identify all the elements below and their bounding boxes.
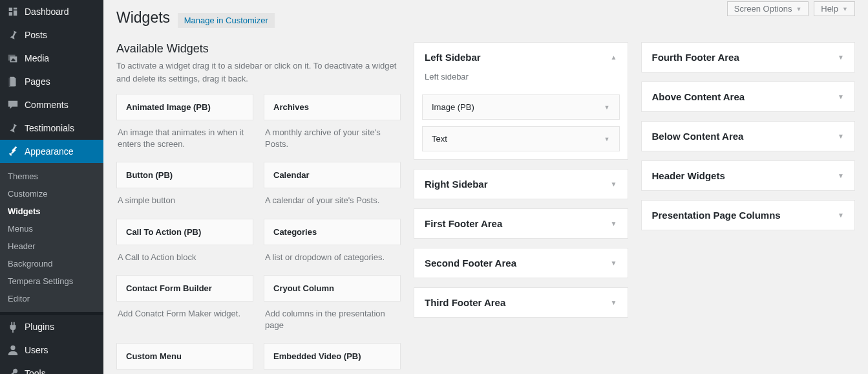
available-widget-title[interactable]: Embedded Video (PB) <box>264 343 401 369</box>
caret-down-icon: ▼ <box>796 6 801 12</box>
available-widget-title[interactable]: Archives <box>264 94 401 120</box>
available-widget-title[interactable]: Custom Menu <box>116 343 253 369</box>
available-widget-call-to-action-pb-: Call To Action (PB)A Call to Action bloc… <box>116 219 253 272</box>
widget-area-header[interactable]: Header Widgets▼ <box>642 161 855 190</box>
widget-area-above-content-area: Above Content Area▼ <box>641 82 856 112</box>
placed-widget-text[interactable]: Text▼ <box>422 126 620 151</box>
submenu-item-tempera-settings[interactable]: Tempera Settings <box>0 272 103 290</box>
widget-area-title: Left Sidebar <box>425 52 481 63</box>
widget-area-title: Presentation Page Columns <box>652 210 781 221</box>
available-widget-title[interactable]: Contact Form Builder <box>116 275 253 302</box>
widget-area-header[interactable]: First Footer Area▼ <box>414 209 628 238</box>
widget-area-header[interactable]: Second Footer Area▼ <box>414 248 628 278</box>
available-widget-desc: A list or dropdown of categories. <box>264 245 401 272</box>
screen-options-button[interactable]: Screen Options▼ <box>727 1 809 16</box>
available-widget-desc <box>264 369 401 374</box>
widget-area-title: Header Widgets <box>652 170 725 181</box>
caret-down-icon: ▼ <box>838 212 844 219</box>
menu-item-label: Media <box>25 53 49 63</box>
widget-area-right-sidebar: Right Sidebar▼ <box>414 169 628 199</box>
widget-area-first-footer-area: First Footer Area▼ <box>414 208 628 239</box>
caret-down-icon: ▼ <box>838 133 844 140</box>
widget-area-header[interactable]: Left Sidebar▲ <box>414 43 628 72</box>
caret-down-icon: ▼ <box>611 259 617 267</box>
widget-area-header[interactable]: Fourth Footer Area▼ <box>642 43 855 72</box>
available-widget-button-pb-: Button (PB)A simple button <box>116 162 253 215</box>
available-widget-archives: ArchivesA monthly archive of your site's… <box>264 94 401 159</box>
menu-item-plugins[interactable]: Plugins <box>0 315 103 338</box>
submenu-item-customize[interactable]: Customize <box>0 185 103 203</box>
widgets-columns: Available Widgets To activate a widget d… <box>116 42 855 374</box>
available-widget-title[interactable]: Call To Action (PB) <box>116 219 253 245</box>
submenu-item-themes[interactable]: Themes <box>0 168 103 185</box>
menu-item-testimonials[interactable]: Testimonials <box>0 116 103 140</box>
widget-area-fourth-footer-area: Fourth Footer Area▼ <box>641 42 856 72</box>
menu-item-label: Dashboard <box>25 6 69 17</box>
menu-item-label: Users <box>25 345 48 355</box>
users-icon <box>6 344 19 357</box>
available-widget-title[interactable]: Calendar <box>264 162 401 188</box>
available-widget-desc: A simple button <box>116 188 253 215</box>
manage-in-customizer-link[interactable]: Manage in Customizer <box>178 13 275 28</box>
menu-item-posts[interactable]: Posts <box>0 23 103 47</box>
available-widget-cryout-column: Cryout ColumnAdd columns in the presenta… <box>264 275 401 340</box>
caret-down-icon: ▼ <box>838 54 844 61</box>
available-widget-calendar: CalendarA calendar of your site's Posts. <box>264 162 401 215</box>
available-widgets-desc: To activate a widget drag it to a sideba… <box>116 60 401 85</box>
widget-areas-columns: Left Sidebar▲Left sidebarImage (PB)▼Text… <box>414 42 855 374</box>
widget-area-body: Image (PB)▼Text▼ <box>414 94 628 159</box>
menu-item-comments[interactable]: Comments <box>0 93 103 116</box>
available-widgets-heading: Available Widgets <box>116 42 401 56</box>
submenu-item-menus[interactable]: Menus <box>0 220 103 237</box>
available-widget-title[interactable]: Cryout Column <box>264 275 401 302</box>
caret-down-icon: ▼ <box>838 93 844 100</box>
widget-area-header[interactable]: Above Content Area▼ <box>642 82 855 111</box>
available-widget-desc: An image that animates in when it enters… <box>116 120 253 159</box>
widget-area-header[interactable]: Third Footer Area▼ <box>414 288 628 317</box>
widget-area-header[interactable]: Presentation Page Columns▼ <box>642 201 855 230</box>
caret-down-icon: ▼ <box>611 220 617 227</box>
submenu-item-header[interactable]: Header <box>0 237 103 255</box>
menu-item-users[interactable]: Users <box>0 338 103 362</box>
available-widgets-column: Available Widgets To activate a widget d… <box>116 42 401 374</box>
menu-item-media[interactable]: Media <box>0 47 103 70</box>
widget-area-title: Right Sidebar <box>425 179 488 190</box>
menu-item-tools[interactable]: Tools <box>0 362 103 374</box>
caret-down-icon: ▼ <box>611 181 617 188</box>
available-widget-title[interactable]: Categories <box>264 219 401 245</box>
available-widget-embedded-video-pb-: Embedded Video (PB) <box>264 343 401 374</box>
menu-item-dashboard[interactable]: Dashboard <box>0 0 103 23</box>
widget-area-header[interactable]: Below Content Area▼ <box>642 122 855 151</box>
available-widget-animated-image-pb-: Animated Image (PB)An image that animate… <box>116 94 253 159</box>
available-widget-title[interactable]: Button (PB) <box>116 162 253 188</box>
menu-item-label: Posts <box>25 30 47 40</box>
submenu-item-widgets[interactable]: Widgets <box>0 203 103 220</box>
submenu-item-background[interactable]: Background <box>0 255 103 272</box>
menu-item-label: Appearance <box>25 146 74 157</box>
placed-widget-title: Image (PB) <box>432 102 474 112</box>
widget-area-second-footer-area: Second Footer Area▼ <box>414 248 628 278</box>
help-button[interactable]: Help▼ <box>814 1 855 16</box>
dashboard-icon <box>6 5 19 18</box>
menu-item-appearance[interactable]: Appearance <box>0 140 103 163</box>
pin-icon <box>6 28 19 41</box>
widget-area-left-sidebar: Left Sidebar▲Left sidebarImage (PB)▼Text… <box>414 42 628 160</box>
widget-areas-left-col: Left Sidebar▲Left sidebarImage (PB)▼Text… <box>414 42 628 374</box>
caret-down-icon: ▼ <box>611 299 617 306</box>
submenu-item-editor[interactable]: Editor <box>0 290 103 307</box>
menu-item-pages[interactable]: Pages <box>0 70 103 93</box>
available-widget-contact-form-builder: Contact Form BuilderAdd Conatct Form Mak… <box>116 275 253 340</box>
widget-area-title: Above Content Area <box>652 91 745 102</box>
appearance-icon <box>6 145 19 158</box>
available-widget-title[interactable]: Animated Image (PB) <box>116 94 253 120</box>
placed-widget-image-pb-[interactable]: Image (PB)▼ <box>422 94 620 120</box>
caret-up-icon: ▲ <box>611 54 617 61</box>
screen-options-label: Screen Options <box>734 4 792 14</box>
main-content: Screen Options▼ Help▼ Widgets Manage in … <box>103 0 868 374</box>
placed-widget-title: Text <box>432 134 447 144</box>
caret-down-icon: ▼ <box>604 136 610 142</box>
menu-item-label: Testimonials <box>25 123 74 133</box>
widget-area-header[interactable]: Right Sidebar▼ <box>414 170 628 199</box>
available-widgets-grid: Animated Image (PB)An image that animate… <box>116 94 401 374</box>
available-widget-desc: A monthly archive of your site's Posts. <box>264 120 401 159</box>
